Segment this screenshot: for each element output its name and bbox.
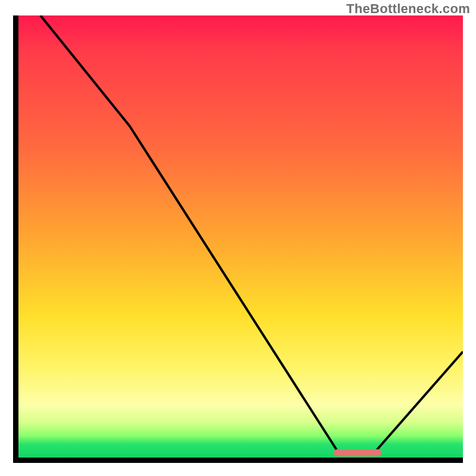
main-curve xyxy=(40,15,463,453)
chart-root: TheBottleneck.com xyxy=(0,0,476,476)
watermark-text: TheBottleneck.com xyxy=(346,1,470,17)
plot-area xyxy=(13,15,463,463)
optimal-range-marker xyxy=(334,449,381,456)
curve-overlay xyxy=(18,15,463,458)
